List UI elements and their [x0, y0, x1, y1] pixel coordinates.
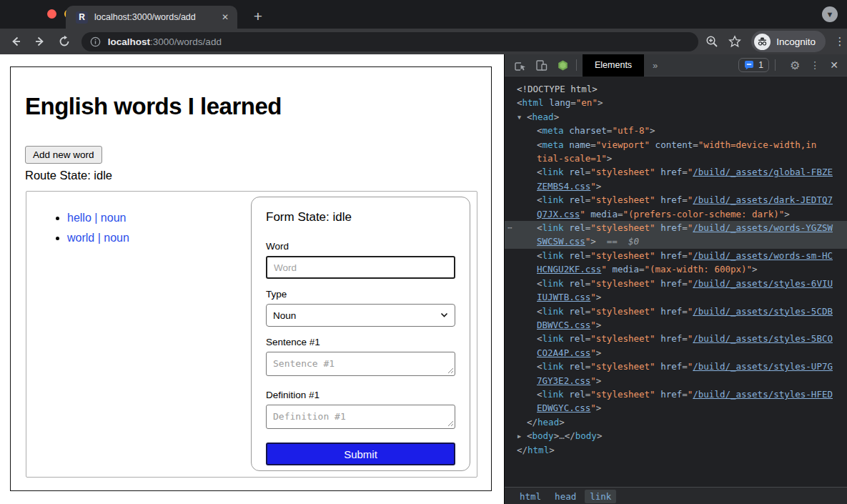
reload-button[interactable] [56, 33, 73, 50]
sentence-textarea[interactable] [266, 352, 455, 376]
dom-tree-line[interactable]: HCNGU2KF.css" media="(max-width: 600px)"… [505, 262, 847, 276]
new-tab-button[interactable]: + [247, 6, 269, 27]
dom-tree-line[interactable]: EDWGYC.css"> [505, 401, 847, 415]
words-panel: hello | nounworld | noun Form State: idl… [26, 191, 477, 478]
close-window-button[interactable] [47, 9, 56, 19]
submit-button[interactable]: Submit [266, 443, 455, 465]
word-label: Word [266, 241, 455, 252]
toolbar-divider [775, 59, 776, 71]
issues-counter[interactable]: 1 [738, 58, 769, 72]
device-toolbar-icon[interactable] [533, 57, 549, 73]
dom-tree-line[interactable]: </head> [505, 415, 847, 429]
app-container: English words I learned Add new word Rou… [10, 66, 492, 491]
expand-arrow-closed-icon[interactable]: ▶ [517, 430, 521, 443]
browser-toolbar: localhost:3000/words/add Incognito ⋮ [0, 29, 847, 54]
dom-tree-line[interactable]: <link rel="stylesheet" href="/build/_ass… [505, 249, 847, 262]
add-word-form: Form State: idle Word Type Noun Sentence… [251, 197, 470, 471]
devtools-menu-icon[interactable]: ⋮ [810, 59, 820, 71]
extension-hexagon-icon[interactable] [555, 57, 570, 73]
tab-elements[interactable]: Elements [583, 54, 644, 76]
devtools-breadcrumb: htmlheadlink [505, 487, 847, 504]
tab-title: localhost:3000/words/add [94, 12, 216, 22]
dom-tree-line[interactable]: <link rel="stylesheet" href="/build/_ass… [505, 360, 847, 373]
devtools-toolbar: Elements » 1 ⚙ ⋮ ✕ [505, 54, 847, 76]
word-input[interactable] [266, 256, 455, 279]
definition-label: Definition #1 [266, 390, 455, 400]
dom-tree-line[interactable]: <link rel="stylesheet" href="/build/_ass… [505, 165, 847, 179]
issues-icon [744, 61, 754, 70]
dom-tree-line[interactable]: tial-scale=1"> [505, 152, 847, 165]
browser-menu-icon[interactable]: ⋮ [833, 35, 847, 48]
incognito-label: Incognito [776, 36, 816, 47]
definition-textarea[interactable] [266, 405, 455, 429]
bookmark-star-icon[interactable] [725, 32, 744, 51]
dom-tree-line[interactable]: ▼<head> [505, 110, 847, 124]
sentence-label: Sentence #1 [266, 337, 455, 347]
incognito-badge[interactable]: Incognito [751, 31, 826, 52]
dom-tree-line[interactable]: 7GY3E2.css"> [505, 374, 847, 387]
page-title: English words I learned [25, 93, 491, 120]
devtools-panel: Elements » 1 ⚙ ⋮ ✕ <!DOCTYPE html><html … [504, 54, 847, 504]
forward-button[interactable] [31, 33, 49, 50]
form-state-text: Form State: idle [266, 210, 455, 224]
url-text: localhost:3000/words/add [108, 36, 222, 47]
inspect-element-icon[interactable] [512, 57, 527, 73]
tab-close-icon[interactable]: ✕ [222, 12, 229, 22]
more-tabs-icon[interactable]: » [653, 60, 658, 71]
dom-tree: <!DOCTYPE html><html lang="en">▼<head><m… [505, 76, 847, 487]
url-host: localhost [108, 36, 150, 47]
dom-tree-line[interactable]: SWCSW.css"> == $0 [505, 234, 847, 248]
breadcrumb-item-html[interactable]: html [515, 490, 546, 503]
route-state-text: Route State: idle [25, 169, 491, 182]
dom-tree-line[interactable]: <link rel="stylesheet" href="/build/_ass… [505, 305, 847, 318]
zoom-icon[interactable] [703, 32, 721, 51]
url-path: :3000/words/add [150, 36, 222, 47]
devtools-close-icon[interactable]: ✕ [830, 59, 838, 71]
dom-tree-line[interactable]: CO2A4P.css"> [505, 346, 847, 360]
dom-tree-line[interactable]: <link rel="stylesheet" href="/build/_ass… [505, 277, 847, 290]
dom-tree-line[interactable]: <html lang="en"> [505, 96, 847, 109]
dom-tree-line[interactable]: </html> [505, 443, 847, 457]
dom-tree-line[interactable]: <link rel="stylesheet" href="/build/_ass… [505, 387, 847, 401]
issues-count: 1 [758, 60, 763, 70]
incognito-icon [754, 34, 771, 50]
web-page: English words I learned Add new word Rou… [0, 54, 504, 504]
breadcrumb-item-head[interactable]: head [550, 490, 581, 503]
dom-tree-line[interactable]: DBWVCS.css"> [505, 318, 847, 332]
dom-tree-line[interactable]: ▶<body>…</body> [505, 429, 847, 443]
dom-tree-line[interactable]: IUJWTB.css"> [505, 290, 847, 304]
type-label: Type [266, 289, 455, 300]
word-link[interactable]: world | noun [67, 232, 129, 244]
dom-tree-line[interactable]: Q7JX.css" media="(prefers-color-scheme: … [505, 207, 847, 221]
dom-tree-line[interactable]: <!DOCTYPE html> [505, 82, 847, 96]
tab-strip: R localhost:3000/words/add ✕ + ▼ [0, 0, 847, 29]
remix-favicon-icon: R [76, 11, 88, 24]
breadcrumb-item-link[interactable]: link [585, 490, 616, 503]
dom-tree-line[interactable]: <meta name="viewport" content="width=dev… [505, 138, 847, 152]
dom-tree-line[interactable]: <link rel="stylesheet" href="/build/_ass… [505, 332, 847, 345]
info-icon[interactable] [90, 36, 101, 47]
toolbar-divider [576, 59, 577, 71]
type-select[interactable]: Noun [266, 304, 455, 327]
settings-gear-icon[interactable]: ⚙ [790, 59, 800, 72]
expand-arrow-open-icon[interactable]: ▼ [517, 111, 521, 124]
back-button[interactable] [7, 33, 24, 50]
url-bar[interactable]: localhost:3000/words/add [81, 32, 699, 51]
chevron-down-icon[interactable]: ▼ [822, 6, 838, 22]
dom-tree-line[interactable]: ⋯<link rel="stylesheet" href="/build/_as… [505, 221, 847, 234]
dom-tree-line[interactable]: <link rel="stylesheet" href="/build/_ass… [505, 193, 847, 207]
dom-tree-line[interactable]: ZEMBS4.css"> [505, 179, 847, 193]
word-link[interactable]: hello | noun [67, 212, 126, 224]
add-new-word-button[interactable]: Add new word [25, 146, 102, 164]
dom-tree-line[interactable]: <meta charset="utf-8"> [505, 124, 847, 137]
browser-tab[interactable]: R localhost:3000/words/add ✕ [66, 6, 237, 29]
